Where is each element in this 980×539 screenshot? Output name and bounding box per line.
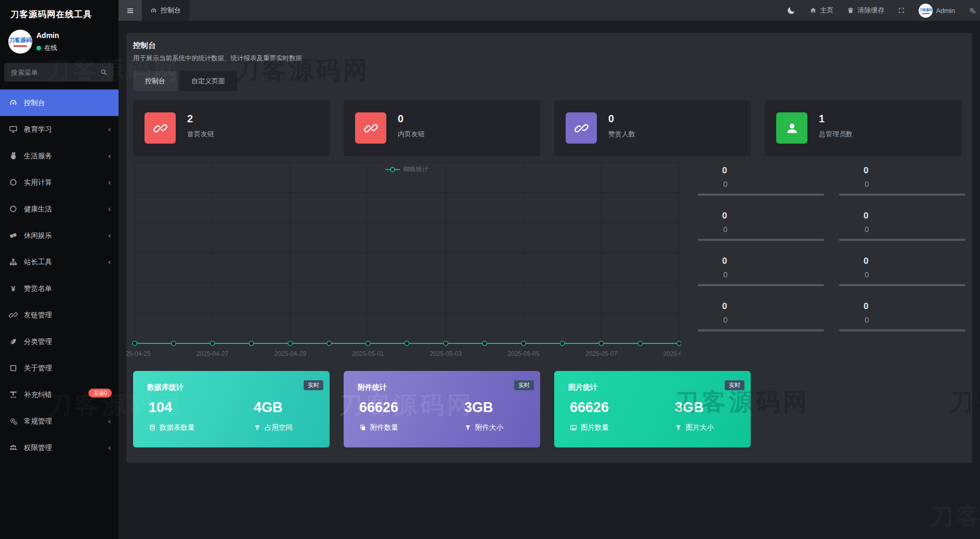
clear-cache-label: 清除缓存: [857, 6, 884, 15]
spider-stats-chart: 2025-04-252025-04-272025-04-292025-05-01…: [126, 159, 681, 362]
svg-text:2025-05-05: 2025-05-05: [507, 350, 540, 357]
user-status: 在线: [36, 44, 57, 53]
stat-card-inner-links[interactable]: 0 内页友链: [344, 100, 540, 156]
sidebar-item-label: 关于管理: [24, 364, 52, 373]
spider-stats-grid: 0 0 0 0 0 0 0 0 0 0 0 0 0: [698, 165, 965, 332]
card-label-1: 附件数量: [359, 423, 398, 432]
user-name: Admin: [36, 31, 59, 40]
spider-total-value: 0: [723, 179, 727, 188]
chevron-left-icon: ‹: [108, 258, 111, 266]
card-title: 图片统计: [568, 383, 597, 392]
copy-icon: [359, 424, 367, 431]
sidebar-item-corrections[interactable]: 补充纠错 未读0: [0, 381, 119, 408]
home-button[interactable]: 主页: [809, 6, 833, 15]
image-icon: [570, 424, 577, 431]
attachment-stats-card: 附件统计 实时 66626 3GB 附件数量 附件大小: [344, 371, 540, 447]
sitemap-icon: [9, 258, 18, 266]
svg-text:2025-04-29: 2025-04-29: [275, 350, 307, 357]
sidebar-item-label: 健康生活: [24, 204, 52, 214]
settings-button[interactable]: [969, 7, 976, 14]
avatar-logo-text: 刀客源码: [8, 36, 32, 44]
stat-value: 0: [398, 113, 403, 125]
admin-menu[interactable]: 刀客源码 Admin: [919, 4, 955, 18]
sidebar-item-console[interactable]: 控制台: [0, 89, 119, 116]
user-status-label: 在线: [44, 44, 57, 53]
stat-card-home-links[interactable]: 2 首页友链: [133, 100, 330, 156]
chart-legend[interactable]: 蜘蛛统计: [385, 165, 428, 174]
circle-icon: [9, 178, 18, 187]
sidebar-item-webmaster-tools[interactable]: 站长工具 ‹: [0, 249, 119, 275]
legend-label: 蜘蛛统计: [403, 165, 428, 174]
sidebar-item-education[interactable]: 教育学习 ‹: [0, 116, 119, 143]
stat-card-admins[interactable]: 1 总管理员数: [765, 100, 961, 156]
sidebar-item-label: 生活服务: [24, 151, 52, 161]
sidebar-item-links[interactable]: 友链管理: [0, 302, 119, 328]
sidebar: 刀客源码网在线工具 刀客源码 Admin 在线 控制台 教育学习 ‹ 生活服务 …: [0, 0, 119, 539]
spider-stat-block: 0 0: [839, 165, 965, 197]
sidebar-item-label: 教育学习: [24, 125, 52, 134]
search-icon[interactable]: [100, 68, 108, 76]
sidebar-item-permissions[interactable]: 权限管理 ‹: [0, 434, 119, 461]
spider-total-value: 0: [865, 179, 869, 188]
stat-card-donors[interactable]: 0 赞赏人数: [554, 100, 751, 156]
unread-badge: 未读0: [88, 389, 112, 397]
stat-label: 总管理员数: [819, 130, 853, 139]
clear-cache-button[interactable]: 清除缓存: [847, 6, 884, 15]
link-icon: [145, 112, 176, 144]
cogs-icon: [9, 417, 18, 426]
chevron-left-icon: ‹: [108, 178, 111, 187]
spider-today-value: 0: [722, 256, 727, 266]
main-panel: 控制台 用于展示当前系统中的统计数据、统计报表及重要实时数据 控制台 自定义页面…: [126, 33, 972, 463]
fullscreen-button[interactable]: [898, 7, 905, 14]
avatar[interactable]: 刀客源码: [8, 30, 32, 54]
sidebar-item-label: 补充纠错: [24, 390, 52, 400]
spider-today-value: 0: [864, 211, 868, 221]
chevron-left-icon: ‹: [108, 232, 111, 240]
svg-text:2025-05-07: 2025-05-07: [585, 350, 618, 357]
sidebar-item-entertainment[interactable]: 休闲娱乐 ‹: [0, 222, 119, 249]
tab-console[interactable]: 控制台: [133, 71, 177, 91]
tab-console[interactable]: 控制台: [142, 0, 189, 21]
progress-bar: [698, 194, 824, 196]
sidebar-item-label: 实用计算: [24, 178, 52, 187]
sidebar-item-about[interactable]: 关于管理: [0, 355, 119, 381]
brand-title: 刀客源码网在线工具: [0, 0, 119, 29]
progress-bar: [839, 239, 965, 241]
home-icon: [809, 7, 817, 14]
spider-today-value: 0: [864, 165, 868, 176]
ticket-icon: [9, 231, 18, 240]
link-icon: [566, 112, 597, 144]
stat-label: 首页友链: [187, 130, 214, 139]
card-label-1: 数据表数量: [149, 423, 195, 432]
sidebar-item-life-services[interactable]: 生活服务 ‹: [0, 143, 119, 169]
stat-label: 赞赏人数: [608, 130, 635, 139]
svg-text:2025-05-09: 2025-05-09: [663, 350, 681, 357]
sidebar-item-label: 休闲娱乐: [24, 231, 52, 240]
stat-label: 内页友链: [398, 130, 425, 139]
sidebar-item-donor-list[interactable]: ¥ 赞赏名单: [0, 275, 119, 302]
dark-mode-toggle[interactable]: [787, 6, 796, 15]
sidebar-item-label: 友链管理: [24, 311, 52, 320]
spider-stat-block: 0 0: [698, 256, 824, 287]
spider-today-value: 0: [722, 301, 727, 312]
progress-bar: [839, 194, 965, 196]
sidebar-toggle-button[interactable]: [119, 0, 142, 21]
svg-text:2025-05-01: 2025-05-01: [352, 350, 384, 357]
menu-search: [4, 63, 113, 82]
sidebar-item-general[interactable]: 常规管理 ‹: [0, 408, 119, 434]
search-input[interactable]: [4, 63, 113, 82]
sidebar-item-health[interactable]: 健康生活 ‹: [0, 196, 119, 222]
leaf-icon: [9, 337, 18, 346]
sidebar-item-calculators[interactable]: 实用计算 ‹: [0, 169, 119, 196]
home-label: 主页: [820, 6, 833, 15]
tab-custom-page[interactable]: 自定义页面: [179, 71, 237, 91]
sidebar-item-categories[interactable]: 分类管理: [0, 328, 119, 355]
spider-today-value: 0: [722, 211, 727, 221]
sidebar-item-label: 站长工具: [24, 258, 52, 267]
avatar-logo-text: 刀客源码: [919, 8, 933, 12]
spider-total-value: 0: [723, 270, 727, 279]
expand-icon: [898, 7, 905, 14]
image-stats-card: 图片统计 实时 66626 3GB 图片数量 图片大小: [554, 371, 751, 447]
avatar-logo-underline: [922, 13, 930, 14]
online-dot-icon: [36, 46, 41, 50]
